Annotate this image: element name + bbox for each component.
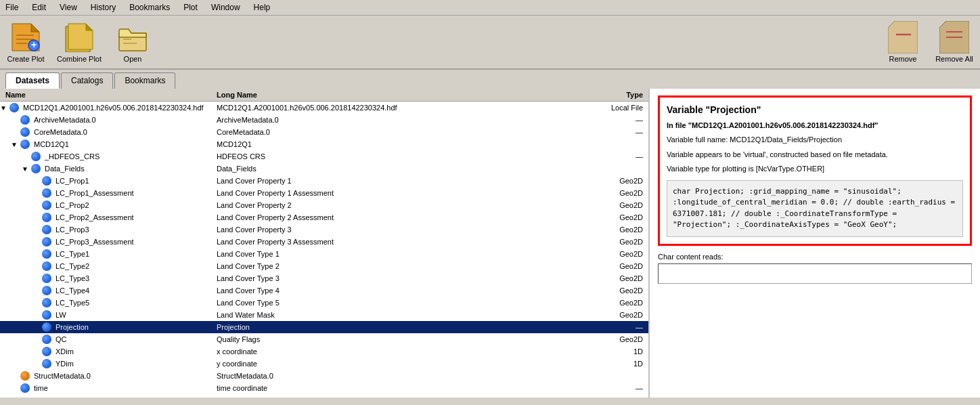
cell-name: XDim: [0, 347, 217, 356]
remove-icon: [887, 21, 919, 54]
cell-name: LC_Prop3_Assessment: [0, 237, 217, 247]
globe-icon: [42, 188, 51, 198]
globe-icon: [42, 286, 51, 295]
table-row[interactable]: LWLand Water MaskGeo2D: [0, 309, 648, 321]
create-plot-icon: +: [9, 21, 42, 54]
combine-plot-button[interactable]: Combine Plot: [57, 21, 102, 63]
table-row[interactable]: ▼Data_FieldsData_Fields: [0, 163, 648, 175]
table-row[interactable]: timetime coordinate—: [0, 382, 648, 394]
menu-file[interactable]: File: [3, 1, 21, 14]
tab-datasets[interactable]: Datasets: [5, 72, 60, 89]
remove-label: Remove: [889, 55, 917, 63]
cell-longname: Land Cover Property 3 Assessment: [217, 238, 567, 246]
table-row[interactable]: ArchiveMetadata.0ArchiveMetadata.0—: [0, 114, 648, 126]
table-row[interactable]: LC_Type3Land Cover Type 3Geo2D: [0, 272, 648, 284]
menu-plot[interactable]: Plot: [181, 1, 200, 14]
cell-type: Geo2D: [567, 213, 648, 221]
cell-name: YDim: [0, 359, 217, 368]
cell-longname: Land Cover Property 1 Assessment: [217, 189, 567, 197]
globe-icon: [42, 359, 51, 368]
menu-bookmarks[interactable]: Bookmarks: [127, 1, 173, 14]
table-row[interactable]: ▼MCD12Q1.A2001001.h26v05.006.20181422303…: [0, 102, 648, 114]
cell-name: StructMetadata.0: [0, 371, 217, 381]
table-row[interactable]: LC_Prop2Land Cover Property 2Geo2D: [0, 199, 648, 211]
header-type: Type: [567, 91, 648, 99]
cell-longname: MCD12Q1: [217, 140, 567, 148]
open-button[interactable]: Open: [112, 21, 153, 63]
remove-button[interactable]: Remove: [883, 21, 923, 63]
toolbar: + Create Plot Combine Plot Open: [0, 16, 980, 70]
tab-catalogs[interactable]: Catalogs: [61, 72, 113, 89]
cell-type: —: [567, 152, 648, 161]
globe-icon: [31, 152, 41, 161]
table-row[interactable]: LC_Type1Land Cover Type 1Geo2D: [0, 248, 648, 260]
cell-name: QC: [0, 335, 217, 344]
table-row[interactable]: LC_Prop3_AssessmentLand Cover Property 3…: [0, 236, 648, 248]
table-row[interactable]: XDimx coordinate1D: [0, 345, 648, 358]
menu-edit[interactable]: Edit: [29, 1, 49, 14]
cell-name: ArchiveMetadata.0: [0, 115, 217, 125]
table-row[interactable]: ProjectionProjection—: [0, 321, 648, 333]
variable-virtual: Variable appears to be 'virtual', constr…: [667, 150, 963, 160]
create-plot-button[interactable]: + Create Plot: [5, 21, 46, 63]
table-row[interactable]: LC_Prop3Land Cover Property 3Geo2D: [0, 223, 648, 236]
globe-icon: [20, 127, 30, 137]
menu-history[interactable]: History: [88, 1, 118, 14]
table-row[interactable]: LC_Prop2_AssessmentLand Cover Property 2…: [0, 211, 648, 223]
globe-icon: [42, 225, 51, 234]
cell-name: LC_Prop2_Assessment: [0, 213, 217, 222]
table-row[interactable]: LC_Prop1_AssessmentLand Cover Property 1…: [0, 187, 648, 199]
cell-longname: Land Cover Type 5: [217, 299, 567, 307]
cell-type: 1D: [567, 347, 648, 356]
tab-bookmarks[interactable]: Bookmarks: [114, 72, 175, 89]
cell-longname: Land Cover Type 1: [217, 250, 567, 258]
table-row[interactable]: CoreMetadata.0CoreMetadata.0—: [0, 126, 648, 138]
remove-all-icon: [938, 21, 971, 54]
globe-icon: [20, 371, 30, 381]
header-name: Name: [0, 91, 217, 99]
menu-help[interactable]: Help: [251, 1, 273, 14]
table-row[interactable]: StructMetadata.0StructMetadata.0: [0, 370, 648, 382]
cell-type: Geo2D: [567, 238, 648, 246]
remove-all-button[interactable]: Remove All: [934, 21, 975, 63]
cell-longname: Land Cover Type 2: [217, 262, 567, 270]
menu-window[interactable]: Window: [208, 1, 243, 14]
combine-plot-label: Combine Plot: [57, 55, 102, 63]
cell-name: LC_Prop3: [0, 225, 217, 234]
cell-longname: y coordinate: [217, 360, 567, 368]
variable-vartype: Variable type for plotting is [NcVarType…: [667, 164, 963, 174]
table-row[interactable]: LC_Prop1Land Cover Property 1Geo2D: [0, 175, 648, 187]
table-row[interactable]: _HDFEOS_CRSHDFEOS CRS—: [0, 150, 648, 163]
cell-longname: Projection: [217, 323, 567, 331]
cell-type: Local File: [567, 104, 648, 112]
variable-fullname: Variable full name: MCD12Q1/Data_Fields/…: [667, 135, 963, 145]
cell-longname: HDFEOS CRS: [217, 152, 567, 161]
info-panel: Variable "Projection" In file "MCD12Q1.A…: [650, 89, 980, 398]
char-content-label: Char content reads:: [658, 253, 972, 261]
tree-area[interactable]: ▼MCD12Q1.A2001001.h26v05.006.20181422303…: [0, 102, 648, 398]
table-row[interactable]: ▼MCD12Q1MCD12Q1: [0, 138, 648, 150]
table-row[interactable]: LC_Type2Land Cover Type 2Geo2D: [0, 260, 648, 272]
cell-longname: MCD12Q1.A2001001.h26v05.006.201814223032…: [217, 104, 567, 112]
cell-longname: Land Cover Property 1: [217, 177, 567, 185]
table-row[interactable]: LC_Type5Land Cover Type 5Geo2D: [0, 297, 648, 309]
variable-code: char Projection; :grid_mapping_name = "s…: [667, 180, 963, 237]
table-row[interactable]: YDimy coordinate1D: [0, 358, 648, 370]
table-row[interactable]: QCQuality FlagsGeo2D: [0, 333, 648, 345]
cell-name: ▼Data_Fields: [0, 164, 217, 173]
cell-type: Geo2D: [567, 262, 648, 270]
globe-icon: [42, 249, 51, 259]
cell-type: Geo2D: [567, 286, 648, 295]
cell-name: LC_Type1: [0, 249, 217, 259]
globe-icon: [20, 115, 30, 125]
combine-plot-icon: [63, 21, 95, 54]
menu-view[interactable]: View: [57, 1, 80, 14]
cell-type: 1D: [567, 360, 648, 368]
cell-longname: Land Cover Property 2 Assessment: [217, 213, 567, 221]
cell-type: —: [567, 128, 648, 136]
globe-icon: [20, 383, 30, 393]
cell-longname: Data_Fields: [217, 165, 567, 173]
cell-name: LC_Type2: [0, 261, 217, 271]
table-row[interactable]: LC_Type4Land Cover Type 4Geo2D: [0, 284, 648, 297]
cell-type: Geo2D: [567, 201, 648, 209]
